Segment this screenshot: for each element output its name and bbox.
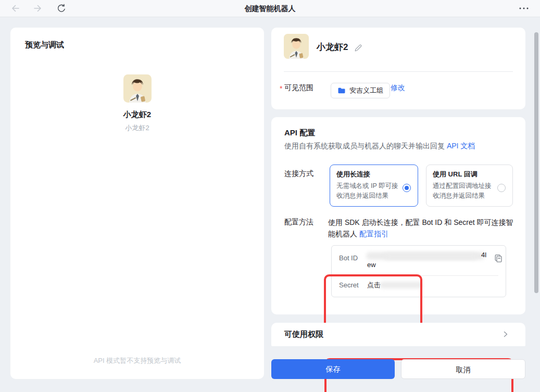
page-title: 创建智能机器人 bbox=[0, 0, 540, 17]
option-long-connection[interactable]: 使用长连接 无需域名或 IP 即可接收消息并返回结果 bbox=[330, 165, 418, 207]
cancel-button[interactable]: 取消 bbox=[401, 359, 525, 379]
option-desc: 通过配置回调地址接收消息并返回结果 bbox=[433, 181, 496, 201]
option-title: 使用长连接 bbox=[336, 170, 411, 179]
save-button[interactable]: 保存 bbox=[271, 359, 395, 379]
api-config-card: API 配置 使用自有系统获取成员与机器人的聊天并输出回复 API 文档 连接方… bbox=[271, 117, 525, 314]
divider bbox=[284, 71, 513, 72]
bot-id-label: Bot ID bbox=[339, 254, 358, 262]
scope-name: 安吉义工组 bbox=[349, 86, 383, 95]
preview-panel: 预览与调试 小龙虾2 小龙虾2 API 模式暂不支持预览与调试 bbox=[10, 28, 264, 379]
bot-id-visible-fragment: 4l bbox=[481, 251, 486, 259]
divider bbox=[339, 275, 498, 276]
visibility-scope-chip[interactable]: 安吉义工组 bbox=[331, 83, 390, 98]
bot-id-visible-line2: ew bbox=[367, 261, 376, 269]
window-titlebar: 创建智能机器人 bbox=[0, 0, 540, 17]
visibility-label: 可见范围 bbox=[284, 83, 313, 93]
config-method-label: 配置方法 bbox=[284, 218, 313, 227]
permissions-heading: 可使用权限 bbox=[284, 330, 323, 339]
secret-redacted-blur bbox=[380, 282, 422, 288]
folder-icon bbox=[337, 86, 346, 95]
config-method-text: 使用 SDK 启动长连接，配置 Bot ID 和 Secret 即可连接智能机器… bbox=[328, 217, 514, 239]
scrollbar[interactable] bbox=[534, 32, 538, 293]
required-mark: * bbox=[280, 84, 282, 93]
modify-scope-link[interactable]: 修改 bbox=[391, 83, 405, 93]
api-doc-link[interactable]: API 文档 bbox=[447, 142, 475, 150]
bot-id-redacted-blur bbox=[384, 253, 478, 260]
copy-bot-id-icon[interactable] bbox=[494, 254, 503, 263]
more-menu-icon[interactable] bbox=[518, 3, 530, 14]
preview-bot-name: 小龙虾2 bbox=[10, 110, 264, 120]
bot-avatar-preview bbox=[123, 74, 152, 103]
api-config-description: 使用自有系统获取成员与机器人的聊天并输出回复 API 文档 bbox=[284, 142, 475, 151]
secret-visible-fragment[interactable]: 点击 bbox=[367, 281, 381, 290]
bot-avatar[interactable] bbox=[284, 34, 309, 59]
profile-card: 小龙虾2 * 可见范围 安吉义工组 修改 bbox=[271, 28, 525, 109]
bot-name: 小龙虾2 bbox=[317, 41, 348, 53]
config-guide-link[interactable]: 配置指引 bbox=[359, 230, 388, 238]
connection-method-label: 连接方式 bbox=[284, 169, 313, 179]
radio-long-connection[interactable] bbox=[403, 184, 411, 192]
edit-name-icon[interactable] bbox=[354, 43, 363, 53]
radio-url-callback[interactable] bbox=[497, 184, 506, 192]
option-url-callback[interactable]: 使用 URL 回调 通过配置回调地址接收消息并返回结果 bbox=[426, 165, 513, 207]
credentials-box: Bot ID 4l ew Secret 点击 bbox=[331, 245, 506, 297]
api-config-heading: API 配置 bbox=[284, 128, 315, 138]
method-text: 使用 SDK 启动长连接，配置 Bot ID 和 Secret 即可连接智能机器… bbox=[328, 218, 513, 238]
permissions-row[interactable]: 可使用权限 bbox=[271, 323, 525, 346]
preview-unavailable-note: API 模式暂不支持预览与调试 bbox=[10, 356, 264, 365]
option-title: 使用 URL 回调 bbox=[433, 170, 506, 179]
option-desc: 无需域名或 IP 即可接收消息并返回结果 bbox=[336, 181, 400, 201]
preview-bot-subtitle: 小龙虾2 bbox=[10, 123, 264, 133]
api-desc-text: 使用自有系统获取成员与机器人的聊天并输出回复 bbox=[284, 142, 445, 150]
chevron-right-icon[interactable] bbox=[501, 330, 510, 338]
preview-heading: 预览与调试 bbox=[25, 40, 64, 50]
secret-label: Secret bbox=[339, 281, 359, 289]
